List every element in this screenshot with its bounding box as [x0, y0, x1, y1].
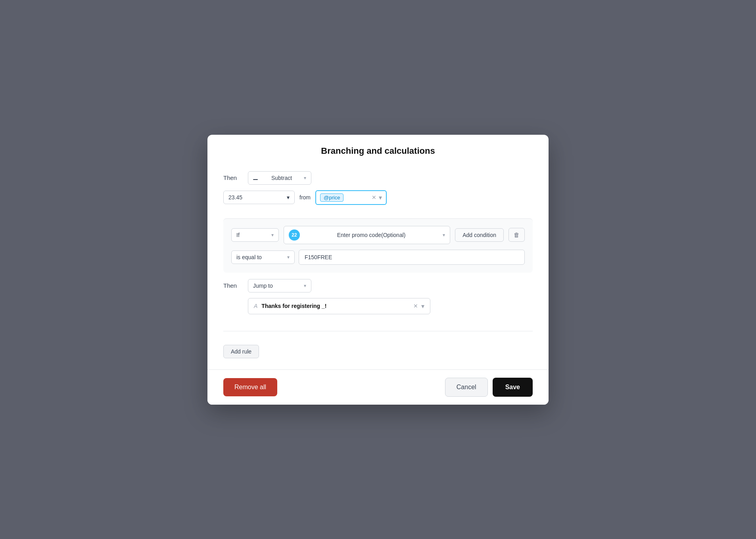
question-number: 22	[292, 232, 297, 238]
tag-controls: ✕ ▾	[372, 194, 382, 201]
from-label: from	[299, 194, 311, 201]
then-jump-row: Then Jump to ▾	[223, 279, 533, 292]
condition-select[interactable]: is equal to ▾	[231, 250, 295, 264]
rule-divider	[223, 331, 533, 331]
condition-chevron-icon: ▾	[287, 254, 290, 260]
tag-clear-icon[interactable]: ✕	[372, 194, 376, 201]
condition-value-input[interactable]	[299, 250, 525, 265]
jump-chevron-icon: ▾	[304, 283, 306, 289]
modal-body: Then Subtract ▾ 23.45 ▾ from @price	[207, 163, 549, 369]
if-chevron-icon: ▾	[271, 232, 274, 238]
amount-chevron-icon: ▾	[287, 194, 290, 201]
destination-select[interactable]: A Thanks for registering _! ✕ ▾	[248, 298, 430, 314]
destination-text: Thanks for registering _!	[261, 303, 409, 309]
delete-rule-button[interactable]: 🗑	[508, 228, 525, 242]
modal-overlay: Branching and calculations Then Subtract…	[0, 0, 756, 539]
subtract-section: Then Subtract ▾ 23.45 ▾ from @price	[223, 163, 533, 218]
question-badge: 22	[289, 229, 300, 241]
destination-chevron-icon: ▾	[421, 302, 424, 310]
destination-letter: A	[254, 303, 257, 309]
modal-header: Branching and calculations	[207, 135, 549, 163]
condition-label: is equal to	[236, 254, 262, 260]
question-select[interactable]: 22 Enter promo code(Optional) ▾	[284, 226, 450, 244]
trash-icon: 🗑	[514, 231, 520, 238]
question-chevron-icon: ▾	[443, 232, 445, 238]
add-condition-button[interactable]: Add condition	[455, 228, 504, 242]
jump-to-label: Jump to	[253, 283, 273, 289]
modal-title: Branching and calculations	[321, 146, 435, 156]
destination-clear-icon[interactable]: ✕	[413, 303, 418, 309]
jump-select[interactable]: Jump to ▾	[248, 279, 311, 292]
then-action-row: Then Subtract ▾	[223, 171, 533, 185]
cancel-button[interactable]: Cancel	[445, 378, 488, 397]
save-button[interactable]: Save	[493, 378, 533, 397]
question-text: Enter promo code(Optional)	[337, 232, 406, 238]
destination-controls: ✕ ▾	[413, 302, 424, 310]
tag-chevron-icon: ▾	[379, 194, 382, 201]
if-label: If	[236, 232, 240, 238]
condition-row: is equal to ▾	[231, 250, 525, 265]
modal-footer: Remove all Cancel Save	[207, 369, 549, 405]
footer-actions: Cancel Save	[445, 378, 533, 397]
destination-row: A Thanks for registering _! ✕ ▾	[223, 298, 533, 314]
price-tag-input[interactable]: @price ✕ ▾	[315, 190, 387, 205]
then-label-2: Then	[223, 282, 243, 289]
subtract-chevron-icon: ▾	[304, 175, 306, 181]
modal: Branching and calculations Then Subtract…	[207, 135, 549, 405]
subtract-label: Subtract	[271, 175, 292, 181]
amount-from-row: 23.45 ▾ from @price ✕ ▾	[223, 190, 533, 205]
price-tag: @price	[320, 193, 343, 202]
remove-all-button[interactable]: Remove all	[223, 378, 277, 396]
jump-to-section: Then Jump to ▾ A Thanks for registering …	[223, 273, 533, 324]
amount-value: 23.45	[228, 194, 242, 201]
if-select[interactable]: If ▾	[231, 228, 279, 242]
amount-input[interactable]: 23.45 ▾	[223, 191, 295, 204]
subtract-select[interactable]: Subtract ▾	[248, 171, 311, 185]
then-label-1: Then	[223, 174, 243, 181]
add-rule-button[interactable]: Add rule	[223, 345, 259, 358]
if-section: If ▾ 22 Enter promo code(Optional) ▾ Add…	[223, 218, 533, 273]
subtract-icon	[253, 175, 259, 181]
if-row: If ▾ 22 Enter promo code(Optional) ▾ Add…	[231, 226, 525, 244]
